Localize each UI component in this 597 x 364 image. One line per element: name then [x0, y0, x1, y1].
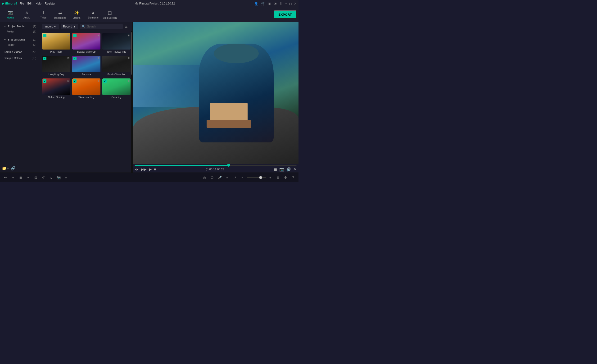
- preview-right-buttons: ◼ 📷 🔊 ⇱: [274, 167, 297, 172]
- zoom-control: [247, 177, 266, 178]
- menu-file[interactable]: File: [19, 2, 24, 5]
- cut-icon[interactable]: ✂: [25, 174, 31, 181]
- download-icon[interactable]: ⇓: [280, 2, 283, 5]
- swap-icon[interactable]: ⇄: [232, 174, 238, 181]
- tab-titles[interactable]: T Titles: [35, 8, 52, 21]
- settings-icon[interactable]: ⚙: [283, 174, 289, 181]
- search-input[interactable]: [87, 25, 121, 28]
- search-icon: 🔍: [82, 25, 86, 28]
- minimize-icon[interactable]: −: [285, 2, 287, 5]
- titlebar-left: ▶ filmora9 File Edit Help Register: [2, 2, 55, 5]
- rotate-icon[interactable]: ↺: [40, 174, 47, 181]
- arrow-icon: ▼: [4, 38, 6, 41]
- grid-icon: ⊞: [67, 79, 69, 82]
- menu-register[interactable]: Register: [45, 2, 55, 5]
- media-label-skateboarding: Skateboarding: [72, 95, 101, 99]
- media-label-laughingdog: Laughing Dog: [42, 72, 70, 77]
- window-controls: − ◻ ✕: [285, 2, 297, 5]
- sidebar-item-sample-colors[interactable]: Sample Colors (15): [2, 55, 38, 61]
- checkmark-icon: ✓: [43, 57, 47, 60]
- screenshot-icon[interactable]: 📷: [279, 167, 284, 172]
- plus-icon[interactable]: +: [267, 174, 273, 181]
- zoom-slider[interactable]: [247, 177, 266, 178]
- sidebar-item-project-folder[interactable]: Folder (9): [2, 29, 38, 34]
- crop-icon[interactable]: ⊡: [33, 174, 39, 181]
- play-icon[interactable]: ▶: [149, 167, 152, 172]
- sidebar-item-sample-videos[interactable]: Sample Videos (20): [2, 49, 38, 55]
- tab-media[interactable]: 📷 Media: [2, 8, 18, 21]
- media-item-surprise[interactable]: ✓ ⊞ Surprise: [72, 56, 101, 77]
- tab-elements[interactable]: ▲ Elements: [85, 8, 101, 21]
- titlebar-right: 👤 🛒 ◫ ✉ ⇓ − ◻ ✕: [254, 2, 297, 5]
- adjust-icon[interactable]: ≡: [63, 174, 69, 181]
- menu-help[interactable]: Help: [36, 2, 41, 5]
- checkmark-icon: ✓: [103, 79, 107, 83]
- import-button[interactable]: Import ▼: [42, 24, 59, 29]
- sidebar: ▼ Project Media (9) Folder (9) ▼ Shared …: [0, 22, 40, 173]
- media-thumb-onlinegaming: ✓ ⊞: [42, 79, 70, 95]
- transitions-icon: ⇄: [58, 10, 62, 16]
- skip-back-icon[interactable]: ⏮: [134, 167, 138, 172]
- sidebar-footer: 📁+ 🔗: [0, 164, 40, 173]
- preview-scrubber[interactable]: [134, 165, 297, 166]
- mic-icon[interactable]: 🎤: [217, 174, 223, 181]
- export-button[interactable]: EXPORT: [274, 10, 297, 19]
- filter-icon[interactable]: ⚖: [125, 25, 128, 28]
- volume-icon[interactable]: 🔊: [286, 167, 291, 172]
- media-item-playroom[interactable]: ✓ ⊞ Play Room: [42, 33, 70, 54]
- record-chevron-icon: ▼: [73, 25, 76, 28]
- menu-edit[interactable]: Edit: [27, 2, 32, 5]
- media-item-bowlnoodles[interactable]: ⊞ Bowl of Noodles: [102, 56, 131, 77]
- link-icon[interactable]: 🔗: [11, 166, 16, 171]
- record-button[interactable]: Record ▼: [61, 24, 79, 29]
- media-item-camping[interactable]: ✓ ⊞ Camping: [102, 79, 131, 99]
- delete-icon[interactable]: 🗑: [17, 174, 24, 181]
- grid-icon: ⊞: [67, 34, 69, 37]
- grid-view-icon[interactable]: ⁝: [130, 25, 131, 28]
- redo-icon[interactable]: ↪: [10, 174, 16, 181]
- stop-icon[interactable]: ■: [154, 167, 156, 172]
- fullscreen-icon[interactable]: ◼: [274, 167, 277, 172]
- grid-layout-icon[interactable]: ⊞: [275, 174, 281, 181]
- snapshot-icon[interactable]: 📷: [55, 174, 62, 181]
- mail-icon[interactable]: ✉: [274, 2, 277, 5]
- media-item-onlinegaming[interactable]: ✓ ⊞ Online Gaming: [42, 79, 70, 99]
- tab-transitions[interactable]: ⇄ Transitions: [52, 8, 68, 21]
- tab-effects[interactable]: ✨ Effects: [68, 8, 85, 21]
- maximize-icon[interactable]: ◻: [289, 2, 292, 5]
- ai-cutout-icon[interactable]: ⬡: [209, 174, 215, 181]
- media-thumb-beauty: ✓ ⊞: [72, 33, 101, 49]
- sidebar-item-project-media[interactable]: ▼ Project Media (9): [2, 24, 38, 29]
- minus-icon[interactable]: −: [239, 174, 245, 181]
- media-thumb-laughingdog: ✓ ⊞: [42, 56, 70, 72]
- media-item-laughingdog[interactable]: ✓ ⊞ Laughing Dog: [42, 56, 70, 77]
- checkmark-icon: ✓: [43, 34, 47, 37]
- media-item-techreview[interactable]: ⊞ Tech Review Title: [102, 33, 131, 54]
- media-panel: Import ▼ Record ▼ 🔍 ⚖ ⁝: [40, 22, 133, 173]
- close-icon[interactable]: ✕: [294, 2, 297, 5]
- tab-splitscreen[interactable]: ◫ Split Screen: [101, 8, 118, 21]
- media-label-onlinegaming: Online Gaming: [42, 95, 70, 99]
- arrow-icon: ▼: [4, 25, 6, 28]
- search-bar[interactable]: 🔍: [80, 24, 123, 29]
- media-grid: ✓ ⊞ Play Room ✓ ⊞ Beauty Make Up: [40, 31, 133, 173]
- media-item-beauty[interactable]: ✓ ⊞ Beauty Make Up: [72, 33, 101, 54]
- add-folder-icon[interactable]: 📁+: [2, 166, 9, 171]
- help-icon[interactable]: ?: [290, 174, 296, 181]
- expand-icon[interactable]: ⇱: [293, 167, 297, 172]
- tab-audio[interactable]: ♫ Audio: [18, 8, 35, 21]
- audio-detach-icon[interactable]: ♫: [48, 174, 54, 181]
- media-label-playroom: Play Room: [42, 49, 70, 54]
- play-slow-icon[interactable]: ▶▶: [141, 167, 146, 172]
- sidebar-item-shared-media[interactable]: ▼ Shared Media (0): [2, 37, 38, 42]
- motion-track-icon[interactable]: ◎: [201, 174, 208, 181]
- account-icon[interactable]: 👤: [254, 2, 258, 5]
- titles-icon: T: [42, 10, 45, 15]
- media-thumb-playroom: ✓ ⊞: [42, 33, 70, 49]
- layout-icon[interactable]: ◫: [268, 2, 271, 5]
- cart-icon[interactable]: 🛒: [261, 2, 265, 5]
- captions-icon[interactable]: ≡: [224, 174, 230, 181]
- sidebar-item-shared-folder[interactable]: Folder (0): [2, 42, 38, 47]
- media-item-skateboarding[interactable]: ✓ ⊞ Skateboarding: [72, 79, 101, 99]
- undo-icon[interactable]: ↩: [2, 174, 8, 181]
